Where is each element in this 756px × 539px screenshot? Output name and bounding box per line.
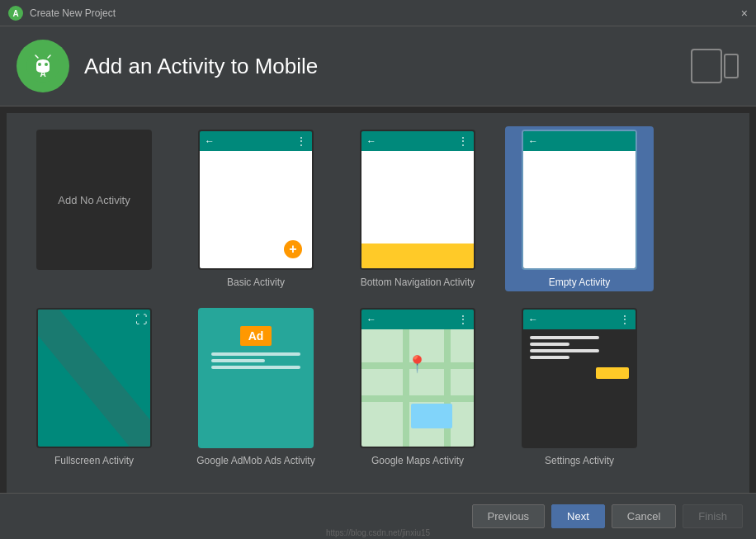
basic-activity-card: ← ⋮ + (198, 130, 314, 270)
title-bar: A Create New Project × (0, 0, 756, 26)
map-marker-icon: 📍 (407, 354, 428, 374)
maps-content: 📍 (361, 329, 474, 447)
admob-card-wrap: Ad (198, 308, 314, 448)
basic-activity-item[interactable]: ← ⋮ + Basic Activity (182, 126, 330, 291)
maps-activity-item[interactable]: ← ⋮ 📍 Google Maps Activity (343, 305, 492, 470)
close-button[interactable]: × (741, 7, 748, 19)
title-bar-title: Create New Project (30, 7, 116, 19)
admob-lines (211, 352, 301, 369)
back-arrow-icon: ← (205, 135, 215, 147)
svg-text:A: A (12, 9, 18, 18)
svg-line-10 (38, 310, 150, 447)
settings-top-bar: ← ⋮ (523, 310, 636, 329)
basic-top-bar: ← ⋮ (200, 131, 312, 151)
empty-activity-item[interactable]: ← Empty Activity (505, 126, 654, 291)
road-h-2 (361, 395, 474, 402)
settings-card: ← ⋮ (522, 308, 637, 448)
maps-top-bar: ← ⋮ (361, 310, 474, 329)
bottom-nav-bar (361, 243, 474, 268)
header-title: Add an Activity to Mobile (84, 54, 318, 79)
admob-line-2 (211, 359, 265, 362)
footer: Previous Next Cancel Finish https://blog… (0, 493, 756, 539)
bottom-nav-body (361, 151, 474, 268)
settings-line-3 (530, 349, 599, 352)
admob-activity-label: Google AdMob Ads Activity (196, 455, 314, 466)
back-arrow-icon: ← (528, 135, 538, 147)
settings-line-1 (530, 336, 599, 339)
admob-line-1 (211, 352, 301, 356)
diagonal-line-svg (38, 310, 150, 447)
title-bar-left: A Create New Project (8, 6, 116, 21)
road-v-2 (444, 329, 451, 447)
empty-top-bar: ← (523, 131, 636, 151)
empty-body (523, 151, 636, 268)
android-logo-svg: A (25, 48, 61, 84)
empty-activity-label: Empty Activity (549, 277, 611, 288)
fullscreen-activity-label: Fullscreen Activity (54, 455, 134, 466)
android-studio-small-icon: A (8, 6, 23, 21)
settings-line-4 (530, 356, 569, 359)
menu-dots-icon: ⋮ (620, 314, 631, 325)
finish-button[interactable]: Finish (683, 504, 743, 528)
no-activity-item[interactable]: Add No Activity (20, 126, 168, 291)
maps-activity-label: Google Maps Activity (371, 455, 464, 466)
activity-grid: Add No Activity ← ⋮ + Basic Activity ← (20, 126, 736, 496)
empty-activity-card: ← (522, 130, 637, 270)
admob-badge: Ad (240, 326, 272, 346)
settings-button (596, 367, 629, 379)
no-activity-card: Add No Activity (36, 130, 152, 270)
svg-rect-8 (692, 50, 721, 83)
fullscreen-card: ← ⛶ (38, 310, 150, 447)
watermark-text: https://blog.csdn.net/jinxiu15 (326, 528, 430, 537)
no-activity-text: Add No Activity (58, 194, 130, 206)
fullscreen-activity-item[interactable]: ← ⛶ Fullscreen Activity (20, 305, 168, 470)
admob-card: Ad (200, 310, 312, 447)
back-arrow-icon: ← (366, 314, 376, 325)
settings-line-2 (530, 343, 569, 346)
next-button[interactable]: Next (551, 504, 605, 528)
menu-dots-icon: ⋮ (458, 135, 469, 147)
road-v-1 (403, 329, 409, 447)
svg-rect-9 (725, 54, 738, 78)
svg-point-4 (45, 63, 48, 66)
admob-line-3 (211, 366, 301, 369)
settings-activity-label: Settings Activity (545, 455, 614, 466)
device-icon (690, 48, 739, 84)
cancel-button[interactable]: Cancel (612, 504, 676, 528)
menu-dots-icon: ⋮ (296, 135, 307, 147)
settings-body (523, 329, 636, 385)
menu-dots-icon: ⋮ (458, 314, 469, 325)
settings-activity-item[interactable]: ← ⋮ Settings Activity (505, 305, 654, 470)
maps-card: ← ⋮ 📍 (360, 308, 475, 448)
basic-activity-label: Basic Activity (227, 277, 285, 288)
back-arrow-icon: ← (366, 135, 376, 147)
bottom-nav-card: ← ⋮ (360, 130, 475, 270)
bottom-nav-activity-item[interactable]: ← ⋮ Bottom Navigation Activity (343, 126, 492, 291)
bottom-nav-activity-label: Bottom Navigation Activity (361, 277, 475, 288)
header: A Add an Activity to Mobile (0, 26, 756, 106)
previous-button[interactable]: Previous (472, 504, 546, 528)
svg-text:A: A (40, 69, 45, 78)
fab-icon: + (284, 240, 302, 258)
main-content: Add No Activity ← ⋮ + Basic Activity ← (7, 113, 749, 509)
admob-activity-item[interactable]: Ad Google AdMob Ads Activity (182, 305, 330, 470)
back-arrow-icon: ← (528, 314, 538, 325)
android-logo: A (17, 40, 69, 92)
water-area (411, 404, 452, 428)
svg-point-3 (38, 63, 41, 66)
basic-body: + (200, 151, 312, 268)
fullscreen-card-wrap: ← ⛶ (36, 308, 152, 448)
bottom-nav-top-bar: ← ⋮ (361, 131, 474, 151)
